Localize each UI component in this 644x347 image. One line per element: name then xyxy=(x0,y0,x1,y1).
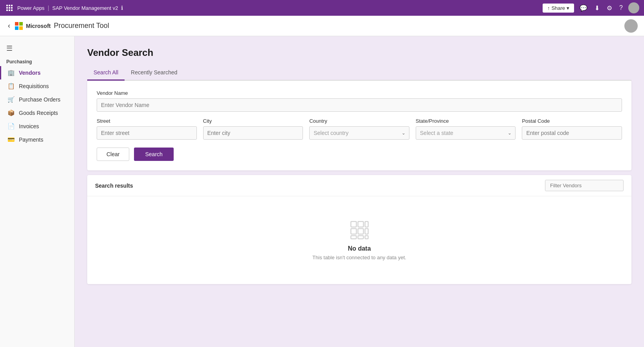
state-label: State/Province xyxy=(416,118,516,124)
country-select-wrapper: Select country xyxy=(309,126,409,140)
address-row: Street City Country Select country xyxy=(97,118,622,140)
street-label: Street xyxy=(97,118,197,124)
goods-receipts-icon: 📦 xyxy=(7,109,15,116)
sidebar-item-invoices[interactable]: 📄 Invoices xyxy=(0,120,74,133)
search-card: Vendor Name Street City Country Select c… xyxy=(87,81,631,170)
top-bar: Power Apps | SAP Vendor Management v2 ℹ … xyxy=(0,0,644,16)
sidebar-section-label: Purchasing xyxy=(0,56,74,66)
sidebar-label-purchase-orders: Purchase Orders xyxy=(19,96,61,103)
svg-rect-7 xyxy=(351,229,356,234)
back-button[interactable]: ‹ xyxy=(6,20,12,31)
comments-button[interactable]: 💬 xyxy=(578,3,589,13)
vendor-name-label: Vendor Name xyxy=(97,90,622,96)
country-label: Country xyxy=(309,118,409,124)
state-select[interactable]: Select a state xyxy=(416,126,516,140)
payments-icon: 💳 xyxy=(7,136,15,143)
svg-rect-10 xyxy=(351,236,356,239)
svg-rect-12 xyxy=(365,236,368,239)
invoices-icon: 📄 xyxy=(7,123,15,130)
sidebar: ☰ Purchasing 🏢 Vendors 📋 Requisitions 🛒 … xyxy=(0,36,75,347)
sidebar-item-vendors[interactable]: 🏢 Vendors xyxy=(0,66,74,79)
microsoft-logo xyxy=(15,22,23,30)
sidebar-label-vendors: Vendors xyxy=(19,70,40,76)
svg-rect-6 xyxy=(365,221,368,227)
sidebar-item-goods-receipts[interactable]: 📦 Goods Receipts xyxy=(0,106,74,120)
settings-button[interactable]: ⚙ xyxy=(605,3,614,13)
results-header: Search results xyxy=(87,175,631,196)
svg-rect-2 xyxy=(15,26,18,30)
title-separator: | xyxy=(48,5,49,11)
app-bar-title: Procurement Tool xyxy=(54,22,109,30)
tabs: Search All Recently Searched xyxy=(87,66,631,81)
app-title: Power Apps xyxy=(17,5,44,11)
results-title: Search results xyxy=(95,183,133,189)
postal-field: Postal Code xyxy=(522,118,622,140)
state-field: State/Province Select a state xyxy=(416,118,516,140)
results-section: Search results No data This table isn't … xyxy=(87,175,631,284)
hamburger-button[interactable]: ☰ xyxy=(0,41,19,56)
sidebar-label-goods-receipts: Goods Receipts xyxy=(19,110,58,116)
tab-recently-searched[interactable]: Recently Searched xyxy=(125,66,183,81)
street-input[interactable] xyxy=(97,126,197,140)
help-button[interactable]: ? xyxy=(618,3,624,13)
app-bar-left: ‹ Microsoft Procurement Tool xyxy=(6,20,109,31)
clear-button[interactable]: Clear xyxy=(97,148,129,161)
svg-rect-1 xyxy=(19,22,23,26)
share-chevron-icon: ▾ xyxy=(567,5,569,11)
download-button[interactable]: ⬇ xyxy=(593,3,601,13)
project-title: SAP Vendor Management v2 xyxy=(52,5,118,11)
sidebar-label-invoices: Invoices xyxy=(19,123,39,129)
svg-rect-4 xyxy=(351,221,356,227)
share-label: Share xyxy=(551,5,565,11)
grid-menu-button[interactable] xyxy=(5,3,14,13)
sidebar-item-purchase-orders[interactable]: 🛒 Purchase Orders xyxy=(0,93,74,106)
city-label: City xyxy=(203,118,303,124)
svg-rect-8 xyxy=(358,229,363,234)
page-title: Vendor Search xyxy=(87,47,631,58)
country-select[interactable]: Select country xyxy=(309,126,409,140)
grid-icon xyxy=(6,5,13,11)
sidebar-label-payments: Payments xyxy=(19,137,43,143)
no-data-title: No data xyxy=(348,245,371,252)
share-button[interactable]: ↑ Share ▾ xyxy=(543,4,574,13)
postal-input[interactable] xyxy=(522,126,622,140)
purchase-orders-icon: 🛒 xyxy=(7,96,15,103)
content-area: Vendor Search Search All Recently Search… xyxy=(75,36,644,347)
no-data-area: No data This table isn't connected to an… xyxy=(87,196,631,284)
requisitions-icon: 📋 xyxy=(7,83,15,90)
user-avatar[interactable] xyxy=(628,2,639,13)
city-input[interactable] xyxy=(203,126,303,140)
svg-rect-3 xyxy=(19,26,23,30)
svg-rect-5 xyxy=(358,221,363,227)
sidebar-item-payments[interactable]: 💳 Payments xyxy=(0,133,74,146)
city-field: City xyxy=(203,118,303,140)
sidebar-item-requisitions[interactable]: 📋 Requisitions xyxy=(0,79,74,93)
country-field: Country Select country xyxy=(309,118,409,140)
postal-label: Postal Code xyxy=(522,118,622,124)
brand-name: Microsoft xyxy=(26,23,51,29)
app-user-avatar[interactable] xyxy=(624,19,638,33)
vendors-icon: 🏢 xyxy=(7,69,15,76)
search-button[interactable]: Search xyxy=(134,148,173,161)
sidebar-label-requisitions: Requisitions xyxy=(19,83,49,89)
tab-search-all[interactable]: Search All xyxy=(87,66,125,81)
state-select-wrapper: Select a state xyxy=(416,126,516,140)
no-data-icon xyxy=(349,220,370,240)
app-bar: ‹ Microsoft Procurement Tool xyxy=(0,16,644,36)
info-icon[interactable]: ℹ xyxy=(121,5,123,11)
svg-rect-11 xyxy=(358,236,363,239)
svg-rect-9 xyxy=(365,229,368,234)
no-data-subtitle: This table isn't connected to any data y… xyxy=(312,255,406,260)
share-icon: ↑ xyxy=(547,5,550,11)
vendor-name-input[interactable] xyxy=(97,98,622,112)
main-layout: ☰ Purchasing 🏢 Vendors 📋 Requisitions 🛒 … xyxy=(0,36,644,347)
filter-vendors-input[interactable] xyxy=(545,180,624,191)
svg-rect-0 xyxy=(15,22,18,26)
street-field: Street xyxy=(97,118,197,140)
top-bar-right: ↑ Share ▾ 💬 ⬇ ⚙ ? xyxy=(543,2,639,13)
top-bar-left: Power Apps | SAP Vendor Management v2 ℹ xyxy=(5,3,123,13)
button-row: Clear Search xyxy=(97,148,622,161)
